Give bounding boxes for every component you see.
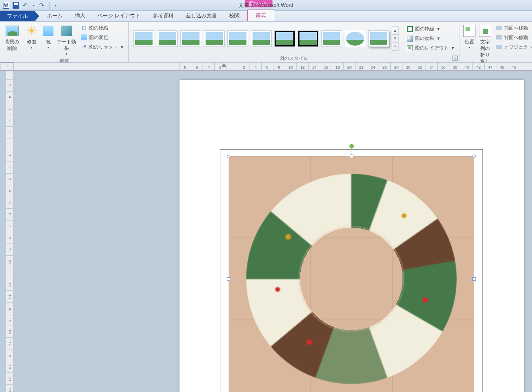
document-page[interactable] xyxy=(180,80,524,392)
redo-button[interactable]: ↷ xyxy=(38,2,45,9)
bring-forward-button[interactable]: 前面へ移動 xyxy=(495,24,532,32)
position-button[interactable]: 位置 ▼ xyxy=(462,23,477,50)
resize-handle-lc[interactable] xyxy=(227,277,230,281)
group-picture-styles: ▲ ▼ ▾ 図の枠線▾ 図の効果▾ 図のレイアウト▾ 図のスタイル↘ xyxy=(129,22,459,62)
qat-customize-dropdown[interactable]: ▾ xyxy=(53,3,58,7)
ruler-tick: 34 xyxy=(426,63,437,71)
artistic-effects-button[interactable]: アート効果 ▼ xyxy=(55,23,78,56)
resize-handle-rc[interactable] xyxy=(472,277,476,281)
sun-icon: ☀ xyxy=(25,24,39,38)
chevron-down-icon: ▼ xyxy=(30,46,33,49)
crop-guide xyxy=(482,149,483,392)
border-icon xyxy=(406,26,413,33)
group-styles-label: 図のスタイル xyxy=(279,56,308,61)
gallery-up-icon[interactable]: ▲ xyxy=(392,27,398,35)
gallery-scroll[interactable]: ▲ ▼ ▾ xyxy=(392,26,399,51)
gallery-down-icon[interactable]: ▼ xyxy=(392,35,398,43)
undo-button[interactable]: ↶ xyxy=(22,2,29,9)
save-button[interactable] xyxy=(12,2,19,9)
ruler-tick: 18 xyxy=(6,349,14,361)
picture-layout-button[interactable]: 図のレイアウト▾ xyxy=(406,44,455,52)
selection-icon xyxy=(495,43,502,50)
ruler-tick: 8 xyxy=(179,63,191,71)
change-picture-icon xyxy=(80,34,87,41)
remove-background-button[interactable]: 背景の 削除 xyxy=(2,23,22,53)
selection-pane-button[interactable]: オブジェクトの xyxy=(495,43,532,51)
ruler-tick: 44 xyxy=(484,63,496,71)
indent-marker[interactable] xyxy=(222,63,226,68)
corrections-button[interactable]: ☀ 修整 ▼ xyxy=(22,23,41,50)
ruler-tick xyxy=(6,138,14,150)
tab-insert[interactable]: 挿入 xyxy=(69,10,91,21)
ribbon: 背景の 削除 ☀ 修整 ▼ 色 ▼ アート効果 ▼ ◫図の圧縮 図の変更 ↺図の… xyxy=(0,22,532,63)
style-thumb[interactable] xyxy=(368,30,389,47)
dialog-launcher-icon[interactable]: ↘ xyxy=(452,56,458,61)
style-thumb[interactable] xyxy=(274,30,295,47)
ruler-tick: 42 xyxy=(472,63,484,71)
crop-guide xyxy=(220,149,220,392)
ruler-tick: 5 xyxy=(6,197,14,208)
tab-home[interactable]: ホーム xyxy=(41,10,69,21)
picture-border-button[interactable]: 図の枠線▾ xyxy=(406,25,455,33)
tab-file[interactable]: ファイル xyxy=(0,11,35,21)
wrap-label: 文字列の 折り返し xyxy=(478,39,492,65)
ruler-tick: 12 xyxy=(6,279,14,290)
ruler-tick: 5 xyxy=(6,79,14,91)
chevron-down-icon: ▾ xyxy=(121,44,123,50)
ruler-tick: 38 xyxy=(449,63,461,71)
ruler-tick: 21 xyxy=(6,384,14,392)
ruler-tick: 30 xyxy=(402,63,414,71)
ruler-tick: 10 xyxy=(6,255,14,267)
ruler-tick: 6 xyxy=(191,63,203,71)
style-thumb[interactable] xyxy=(345,30,366,47)
ruler-tick: 4 xyxy=(203,63,214,71)
ruler-tick: 9 xyxy=(6,244,14,255)
ribbon-tabs: ファイル ホーム 挿入 ページ レイアウト 参考資料 差し込み文書 校閲 表示 … xyxy=(0,11,532,22)
style-thumb[interactable] xyxy=(298,30,319,47)
selected-image[interactable] xyxy=(229,156,474,392)
style-thumb[interactable] xyxy=(180,30,201,47)
style-thumb[interactable] xyxy=(204,30,225,47)
style-thumb[interactable] xyxy=(157,30,178,47)
resize-handle-tr[interactable] xyxy=(472,155,476,158)
wreath-image xyxy=(229,156,474,392)
send-backward-button[interactable]: 背面へ移動 xyxy=(495,33,532,41)
rotation-handle[interactable] xyxy=(349,144,354,148)
ruler-tick: 4 xyxy=(6,91,14,103)
ruler-tick: 2 xyxy=(238,63,249,71)
picture-styles-gallery[interactable]: ▲ ▼ ▾ xyxy=(131,24,401,53)
change-picture-button[interactable]: 図の変更 xyxy=(80,33,124,41)
style-thumb[interactable] xyxy=(321,30,342,47)
style-thumb[interactable] xyxy=(227,30,248,47)
ruler-tick: 16 xyxy=(6,326,14,337)
ruler-tick: 15 xyxy=(6,314,14,326)
corrections-label: 修整 xyxy=(27,39,37,45)
tab-format[interactable]: 書式 xyxy=(247,10,274,21)
horizontal-ruler[interactable]: 8642246810121416182022242628303234363840… xyxy=(14,63,532,71)
ruler-tick: 14 xyxy=(308,63,320,71)
style-thumb[interactable] xyxy=(251,30,272,47)
tab-review[interactable]: 校閲 xyxy=(223,10,246,21)
ruler-tick: 13 xyxy=(6,290,14,302)
gallery-more-icon[interactable]: ▾ xyxy=(392,43,398,50)
color-button[interactable]: 色 ▼ xyxy=(41,23,55,50)
tab-page-layout[interactable]: ページ レイアウト xyxy=(91,10,146,21)
undo-dropdown[interactable]: ▾ xyxy=(31,3,36,7)
vertical-ruler[interactable]: 5432112345678910111213141516171819202122… xyxy=(6,71,14,392)
layout-icon xyxy=(406,45,413,52)
picture-effects-button[interactable]: 図の効果▾ xyxy=(406,35,455,43)
style-thumb[interactable] xyxy=(133,30,154,47)
tab-references[interactable]: 参考資料 xyxy=(146,10,180,21)
position-label: 位置 xyxy=(465,39,474,45)
resize-handle-tl[interactable] xyxy=(227,155,230,158)
ruler-tick: 36 xyxy=(437,63,449,71)
reset-picture-button[interactable]: ↺図のリセット▾ xyxy=(80,43,124,51)
tab-mailings[interactable]: 差し込み文書 xyxy=(180,10,223,21)
ruler-tick: 8 xyxy=(273,63,285,71)
effects-icon xyxy=(406,35,413,42)
ruler-tick: 22 xyxy=(355,63,367,71)
ruler-tick: 16 xyxy=(320,63,332,71)
resize-handle-tc[interactable] xyxy=(350,155,353,158)
compress-pictures-button[interactable]: ◫図の圧縮 xyxy=(80,24,124,32)
ruler-corner-tab-icon[interactable]: └ xyxy=(0,63,14,71)
